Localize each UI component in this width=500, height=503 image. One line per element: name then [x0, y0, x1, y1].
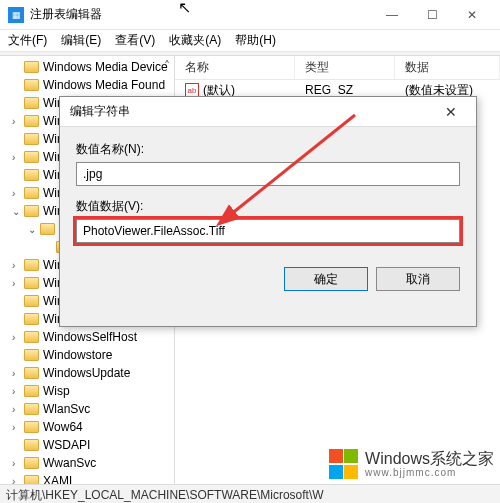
- cancel-button[interactable]: 取消: [376, 267, 460, 291]
- col-data[interactable]: 数据: [395, 56, 500, 79]
- folder-icon: [24, 367, 39, 379]
- folder-icon: [24, 295, 39, 307]
- folder-icon: [24, 259, 39, 271]
- tree-item[interactable]: XAML: [43, 474, 76, 484]
- folder-icon: [24, 385, 39, 397]
- watermark-brand: Windows系统之家: [365, 450, 494, 468]
- tree-item[interactable]: WSDAPI: [43, 438, 90, 452]
- watermark-url: www.bjjmmc.com: [365, 467, 494, 478]
- ok-button[interactable]: 确定: [284, 267, 368, 291]
- scroll-up-icon[interactable]: ˄: [160, 58, 174, 74]
- menu-help[interactable]: 帮助(H): [235, 32, 276, 49]
- tree-item[interactable]: Windows Media Device: [43, 60, 168, 74]
- tree-item[interactable]: Windows Media Found: [43, 78, 165, 92]
- window-controls: — ☐ ✕: [372, 1, 492, 29]
- folder-icon: [24, 277, 39, 289]
- col-name[interactable]: 名称: [175, 56, 295, 79]
- tree-item[interactable]: WlanSvc: [43, 402, 90, 416]
- statusbar: 计算机\HKEY_LOCAL_MACHINE\SOFTWARE\Microsof…: [0, 484, 500, 503]
- edit-string-dialog: 编辑字符串 ✕ 数值名称(N): 数值数据(V): 确定 取消: [59, 96, 477, 327]
- tree-item[interactable]: Wisp: [43, 384, 70, 398]
- menu-edit[interactable]: 编辑(E): [61, 32, 101, 49]
- window-title: 注册表编辑器: [30, 6, 372, 23]
- watermark: Windows系统之家 www.bjjmmc.com: [329, 449, 494, 479]
- tree-item[interactable]: WwanSvc: [43, 456, 96, 470]
- value-name-label: 数值名称(N):: [76, 141, 460, 158]
- value-data-label: 数值数据(V):: [76, 198, 460, 215]
- windows-logo-icon: [329, 449, 359, 479]
- folder-icon: [24, 169, 39, 181]
- dialog-close-button[interactable]: ✕: [436, 104, 466, 120]
- close-button[interactable]: ✕: [452, 1, 492, 29]
- minimize-button[interactable]: —: [372, 1, 412, 29]
- app-icon: ▦: [8, 7, 24, 23]
- folder-icon: [24, 331, 39, 343]
- folder-icon: [24, 439, 39, 451]
- reg-string-icon: ab: [185, 83, 199, 97]
- folder-icon: [24, 205, 39, 217]
- col-type[interactable]: 类型: [295, 56, 395, 79]
- folder-icon: [24, 349, 39, 361]
- menu-file[interactable]: 文件(F): [8, 32, 47, 49]
- folder-icon: [24, 475, 39, 484]
- tree-item[interactable]: WindowsUpdate: [43, 366, 130, 380]
- folder-icon: [24, 79, 39, 91]
- folder-icon: [24, 61, 39, 73]
- titlebar: ▦ 注册表编辑器 — ☐ ✕: [0, 0, 500, 30]
- dialog-title: 编辑字符串: [70, 103, 436, 120]
- menu-view[interactable]: 查看(V): [115, 32, 155, 49]
- value-data-input[interactable]: [76, 219, 460, 243]
- folder-icon: [24, 187, 39, 199]
- tree-item[interactable]: Wow64: [43, 420, 83, 434]
- status-path: 计算机\HKEY_LOCAL_MACHINE\SOFTWARE\Microsof…: [6, 488, 324, 502]
- maximize-button[interactable]: ☐: [412, 1, 452, 29]
- folder-icon: [24, 115, 39, 127]
- dialog-titlebar: 编辑字符串 ✕: [60, 97, 476, 127]
- menu-favorites[interactable]: 收藏夹(A): [169, 32, 221, 49]
- folder-icon: [40, 223, 55, 235]
- folder-icon: [24, 457, 39, 469]
- tree-item[interactable]: Windowstore: [43, 348, 112, 362]
- value-name-input[interactable]: [76, 162, 460, 186]
- folder-icon: [24, 97, 39, 109]
- folder-icon: [24, 313, 39, 325]
- folder-icon: [24, 403, 39, 415]
- cell-type: REG_SZ: [295, 83, 395, 97]
- folder-icon: [24, 133, 39, 145]
- folder-icon: [24, 421, 39, 433]
- folder-icon: [24, 151, 39, 163]
- list-header: 名称 类型 数据: [175, 56, 500, 80]
- tree-item[interactable]: WindowsSelfHost: [43, 330, 137, 344]
- menubar: 文件(F) 编辑(E) 查看(V) 收藏夹(A) 帮助(H): [0, 30, 500, 52]
